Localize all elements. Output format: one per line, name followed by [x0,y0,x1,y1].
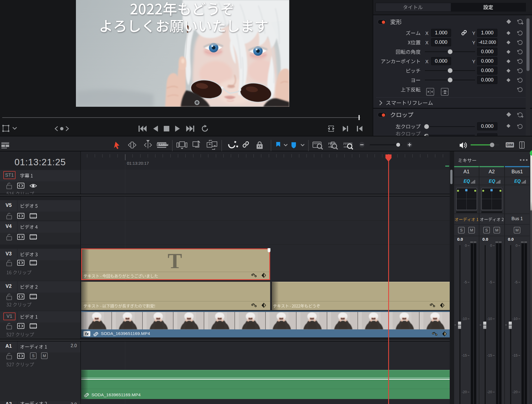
svg-text:DIM: DIM [507,143,513,147]
